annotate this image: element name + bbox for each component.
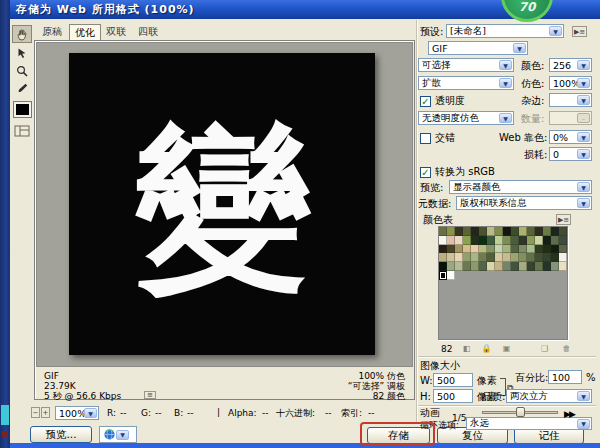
color-swatch[interactable] xyxy=(439,271,447,280)
snap-web-palette-icon[interactable]: ◧ xyxy=(460,343,473,354)
next-frame-icon[interactable]: ▶▶ xyxy=(564,408,574,420)
color-swatch[interactable] xyxy=(551,227,559,236)
width-input[interactable]: 500 xyxy=(433,373,473,387)
color-swatch[interactable] xyxy=(551,253,559,262)
new-color-icon[interactable]: ❑ xyxy=(538,343,551,354)
color-swatch[interactable] xyxy=(503,245,511,254)
tab-2up[interactable]: 双联 xyxy=(101,24,131,40)
eyedropper-color-swatch[interactable] xyxy=(14,102,31,117)
eyedropper-tool[interactable] xyxy=(12,80,32,98)
color-swatch[interactable] xyxy=(559,253,567,262)
color-swatch[interactable] xyxy=(455,253,463,262)
height-input[interactable]: 500 xyxy=(433,389,473,403)
color-swatch[interactable] xyxy=(543,262,551,271)
color-swatch[interactable] xyxy=(495,253,503,262)
lock-color-icon[interactable]: 🔒 xyxy=(480,343,493,354)
color-swatch[interactable] xyxy=(495,245,503,254)
color-swatch[interactable] xyxy=(519,253,527,262)
color-swatch[interactable] xyxy=(511,236,519,245)
color-swatch[interactable] xyxy=(439,236,447,245)
color-swatch[interactable] xyxy=(511,227,519,236)
color-swatch[interactable] xyxy=(479,236,487,245)
toggle-slices-visibility[interactable] xyxy=(12,122,32,140)
color-swatch[interactable] xyxy=(487,253,495,262)
color-swatch[interactable] xyxy=(463,245,471,254)
color-swatch[interactable] xyxy=(559,227,567,236)
trash-icon[interactable]: 🗑 xyxy=(560,343,573,354)
color-swatch[interactable] xyxy=(519,245,527,254)
color-swatch[interactable] xyxy=(447,227,455,236)
color-swatch[interactable] xyxy=(535,245,543,254)
color-swatch[interactable] xyxy=(455,236,463,245)
preset-select[interactable]: [未命名] ▼ xyxy=(446,24,564,38)
preview-in-browser-button[interactable]: 预览... xyxy=(30,426,92,443)
optimized-preview-canvas[interactable]: 變 xyxy=(36,42,413,367)
color-swatch[interactable] xyxy=(487,227,495,236)
transparency-dither-select[interactable]: 无透明度仿色 ▼ xyxy=(418,111,514,125)
color-swatch[interactable] xyxy=(439,262,447,271)
color-swatch[interactable] xyxy=(455,262,463,271)
color-swatch[interactable] xyxy=(511,253,519,262)
color-swatch[interactable] xyxy=(519,262,527,271)
color-swatch[interactable] xyxy=(551,236,559,245)
color-swatch[interactable] xyxy=(527,253,535,262)
color-swatch[interactable] xyxy=(487,236,495,245)
tab-4up[interactable]: 四联 xyxy=(133,24,163,40)
color-swatch[interactable] xyxy=(495,262,503,271)
color-swatch[interactable] xyxy=(471,262,479,271)
color-swatch[interactable] xyxy=(487,245,495,254)
color-swatch[interactable] xyxy=(503,236,511,245)
color-swatch[interactable] xyxy=(503,227,511,236)
zoom-out-button[interactable]: − xyxy=(31,407,40,418)
color-reduction-select[interactable]: 可选择 ▼ xyxy=(418,58,514,72)
color-swatch[interactable] xyxy=(455,245,463,254)
color-swatch[interactable] xyxy=(479,253,487,262)
color-swatch[interactable] xyxy=(551,262,559,271)
color-swatch[interactable] xyxy=(463,227,471,236)
color-swatch[interactable] xyxy=(519,227,527,236)
dither-amount-select[interactable]: 100% ▼ xyxy=(549,76,592,90)
browser-select[interactable]: ▼ xyxy=(99,426,137,443)
color-swatch[interactable] xyxy=(527,236,535,245)
color-swatch[interactable] xyxy=(527,262,535,271)
color-swatch[interactable] xyxy=(535,262,543,271)
color-swatch[interactable] xyxy=(559,236,567,245)
color-swatch[interactable] xyxy=(527,245,535,254)
color-swatch[interactable] xyxy=(439,253,447,262)
color-swatch[interactable] xyxy=(487,262,495,271)
color-swatch[interactable] xyxy=(535,227,543,236)
color-swatch[interactable] xyxy=(463,262,471,271)
color-swatch[interactable] xyxy=(535,236,543,245)
zoom-tool[interactable] xyxy=(12,62,32,80)
quality-select[interactable]: 两次立方 ▼ xyxy=(506,389,592,403)
matte-select[interactable]: ▼ xyxy=(549,93,592,107)
color-swatch[interactable] xyxy=(479,245,487,254)
color-swatch[interactable] xyxy=(503,262,511,271)
convert-srgb-checkbox[interactable]: ✓ 转换为 sRGB xyxy=(420,165,495,179)
color-swatch[interactable] xyxy=(543,245,551,254)
preset-menu-icon[interactable]: ▶≡ xyxy=(572,26,587,37)
zoom-level-select[interactable]: 100% ▼ xyxy=(55,406,99,420)
color-swatch[interactable] xyxy=(479,262,487,271)
interlaced-checkbox[interactable]: 交错 xyxy=(420,131,455,145)
color-swatch[interactable] xyxy=(527,227,535,236)
preview-mode-select[interactable]: 显示器颜色 ▼ xyxy=(449,180,592,194)
color-swatch[interactable] xyxy=(471,227,479,236)
percent-input[interactable]: 100 xyxy=(548,370,582,384)
color-swatch[interactable] xyxy=(519,236,527,245)
transparency-checkbox[interactable]: ✓ 透明度 xyxy=(420,94,465,108)
color-swatch[interactable] xyxy=(543,227,551,236)
color-swatch[interactable] xyxy=(495,227,503,236)
color-swatch[interactable] xyxy=(551,245,559,254)
web-snap-select[interactable]: 0% ▼ xyxy=(549,130,592,144)
frame-slider-thumb[interactable] xyxy=(516,407,525,417)
color-swatch[interactable] xyxy=(503,253,511,262)
color-swatch[interactable] xyxy=(447,245,455,254)
color-swatch[interactable] xyxy=(447,253,455,262)
color-swatch[interactable] xyxy=(495,236,503,245)
color-swatch[interactable] xyxy=(511,262,519,271)
color-swatch[interactable] xyxy=(471,245,479,254)
slice-select-tool[interactable] xyxy=(12,44,32,62)
color-swatch[interactable] xyxy=(559,262,567,271)
colors-select[interactable]: 256 ▼ xyxy=(549,58,592,72)
